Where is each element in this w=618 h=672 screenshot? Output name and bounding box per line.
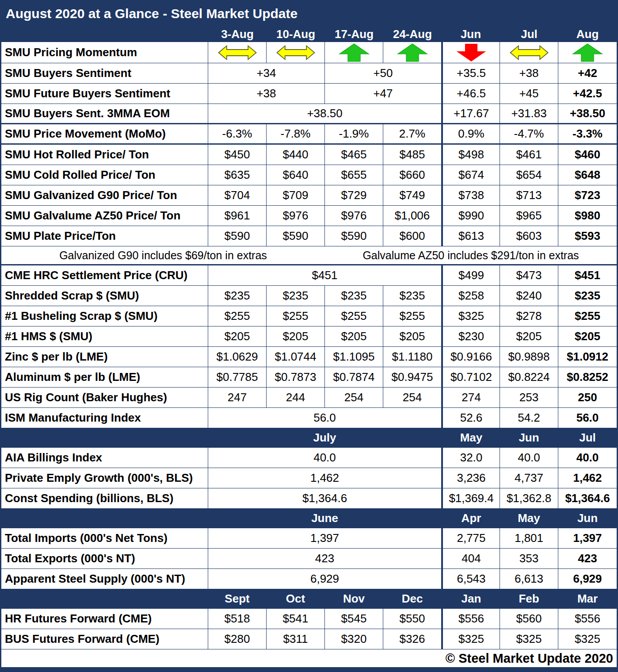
momentum-up-icon — [396, 43, 429, 62]
row-label: SMU Pricing Momentum — [1, 42, 208, 63]
subheader-cell: July — [208, 428, 442, 447]
data-cell: $440 — [267, 145, 325, 165]
data-cell: $255 — [383, 306, 442, 326]
column-header-cell: Aug — [558, 26, 617, 42]
data-cell: 3,236 — [442, 468, 500, 488]
data-cell: 2.7% — [383, 124, 442, 143]
row-label: SMU Galvalume AZ50 Price/ Ton — [1, 206, 208, 226]
data-cell: $205 — [500, 326, 558, 346]
row-label: ISM Manufacturing Index — [1, 408, 208, 428]
column-header-cell: 24-Aug — [383, 26, 442, 42]
table-row: SMU Pricing Momentum — [1, 42, 617, 63]
data-cell: $713 — [500, 185, 558, 205]
data-cell: $1,006 — [383, 206, 442, 226]
subheader-cell: Mar — [558, 589, 617, 608]
table-row: Total Exports (000's NT)423404353423 — [1, 549, 617, 569]
table-row: SMU Cold Rolled Price/ Ton$635$640$655$6… — [1, 165, 617, 185]
data-cell: $485 — [383, 145, 442, 165]
data-cell: $450 — [208, 145, 267, 165]
data-cell: $235 — [558, 286, 617, 306]
data-cell: $451 — [208, 265, 442, 285]
table-row: Apparent Steel Supply (000's NT)6,9296,5… — [1, 569, 617, 589]
data-cell: 6,543 — [442, 569, 500, 589]
data-cell: $655 — [325, 165, 383, 185]
data-cell: +38.50 — [208, 104, 442, 123]
data-cell: $0.9166 — [442, 347, 500, 367]
momentum-cell — [500, 42, 558, 63]
data-cell: $230 — [442, 326, 500, 346]
note-right: Galvalume AZ50 includes $291/ton in extr… — [325, 246, 617, 264]
data-cell: $976 — [325, 206, 383, 226]
row-label: Aluminum $ per lb (LME) — [1, 367, 208, 387]
table-row: Total Imports (000's Net Tons)1,3972,775… — [1, 528, 617, 549]
data-cell: 423 — [558, 549, 617, 568]
data-cell: +50 — [325, 63, 442, 83]
data-cell: +31.83 — [500, 104, 558, 123]
data-cell: $749 — [383, 185, 442, 205]
table-row: Private Emply Growth (000's, BLS)1,4623,… — [1, 468, 617, 488]
data-cell: 4,737 — [500, 468, 558, 488]
row-label — [1, 428, 208, 447]
row-label: HR Futures Forward (CME) — [1, 609, 208, 629]
momentum-down-icon — [455, 43, 488, 62]
data-cell: 247 — [208, 388, 267, 407]
data-cell: $325 — [500, 629, 558, 649]
data-cell: $545 — [325, 609, 383, 629]
data-cell: +47 — [325, 84, 442, 104]
data-cell: +17.67 — [442, 104, 500, 123]
table-row: #1 HMS $ (SMU)$205$205$205$205$230$205$2… — [1, 326, 617, 347]
data-cell: +38.50 — [558, 104, 617, 123]
data-cell: $498 — [442, 145, 500, 165]
row-label: SMU Buyers Sent. 3MMA EOM — [1, 104, 208, 123]
data-cell: $723 — [558, 185, 617, 205]
data-cell: $255 — [267, 306, 325, 326]
data-cell: $255 — [558, 306, 617, 326]
row-label: SMU Galvanized G90 Price/ Ton — [1, 185, 208, 205]
data-cell: 40.0 — [500, 448, 558, 468]
data-cell: $465 — [325, 145, 383, 165]
table-row: AIA Billings Index40.032.040.040.0 — [1, 448, 617, 468]
data-cell: 423 — [208, 549, 442, 568]
data-cell: $976 — [267, 206, 325, 226]
data-cell: 1,462 — [208, 468, 442, 488]
table-row: SMU Galvanized G90 Price/ Ton$704$709$72… — [1, 185, 617, 206]
data-cell: 1,801 — [500, 528, 558, 548]
data-cell: $278 — [500, 306, 558, 326]
data-cell: $590 — [325, 226, 383, 246]
row-label: Shredded Scrap $ (SMU) — [1, 286, 208, 306]
data-cell: $235 — [383, 286, 442, 306]
data-cell: $1,369.4 — [442, 488, 500, 508]
data-cell: $560 — [500, 609, 558, 629]
row-label: AIA Billings Index — [1, 448, 208, 468]
data-cell: $1.0744 — [267, 347, 325, 367]
column-header-cell: Jun — [442, 26, 500, 42]
data-cell: $704 — [208, 185, 267, 205]
column-header-cell: Jul — [500, 26, 558, 42]
subheader-cell: May — [442, 428, 500, 447]
data-cell: +34 — [208, 63, 325, 83]
data-cell: $320 — [325, 629, 383, 649]
data-cell: 40.0 — [558, 448, 617, 468]
data-cell: $648 — [558, 165, 617, 185]
data-cell: $205 — [267, 326, 325, 346]
data-cell: $325 — [442, 629, 500, 649]
data-cell: $1.1180 — [383, 347, 442, 367]
momentum-up-icon — [338, 43, 370, 62]
data-cell: $235 — [208, 286, 267, 306]
table-row: Zinc $ per lb (LME)$1.0629$1.0744$1.1095… — [1, 347, 617, 367]
data-cell: $326 — [383, 629, 442, 649]
momentum-sideways-icon — [510, 44, 549, 61]
subheader-cell: May — [500, 509, 558, 528]
data-cell: 1,397 — [558, 528, 617, 548]
data-cell: 1,462 — [558, 468, 617, 488]
data-cell: $255 — [325, 306, 383, 326]
table-row: ISM Manufacturing Index56.052.654.256.0 — [1, 408, 617, 428]
data-cell: $635 — [208, 165, 267, 185]
momentum-cell — [558, 42, 617, 63]
data-cell: 40.0 — [208, 448, 442, 468]
row-label: SMU Price Movement (MoMo) — [1, 124, 208, 143]
data-cell: 253 — [500, 388, 558, 407]
row-label: Zinc $ per lb (LME) — [1, 347, 208, 367]
data-cell: $205 — [383, 326, 442, 346]
data-cell: $556 — [442, 609, 500, 629]
